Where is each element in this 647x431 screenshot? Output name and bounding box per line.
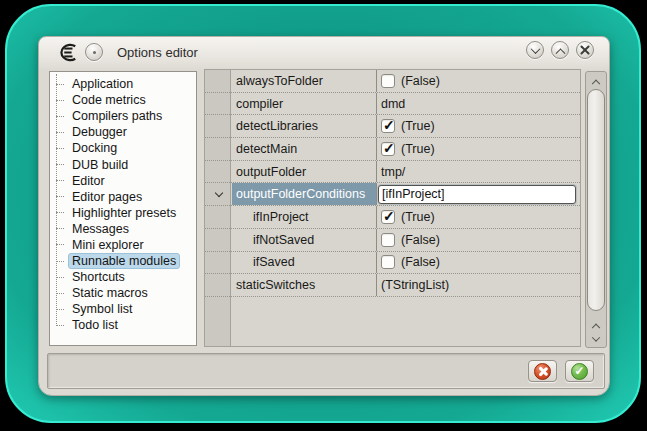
tree-tick [56, 132, 64, 133]
sidebar-item-mini-explorer[interactable]: Mini explorer [50, 237, 196, 253]
property-row[interactable]: outputFolder tmp/ [205, 161, 580, 184]
tree-tick [56, 116, 64, 117]
vertical-scrollbar[interactable] [585, 71, 607, 348]
property-name[interactable]: staticSwitches [232, 274, 376, 296]
property-name[interactable]: ifInProject [249, 206, 376, 228]
category-tree: Application Code metrics Compilers paths… [50, 72, 196, 334]
property-row[interactable]: compiler dmd [205, 93, 580, 116]
window-controls [526, 41, 594, 59]
property-name[interactable]: compiler [232, 93, 376, 115]
close-icon [580, 45, 590, 55]
output-folder-conditions-input[interactable] [378, 185, 576, 204]
dot-icon [93, 51, 96, 54]
tree-tick [56, 164, 64, 165]
checkbox[interactable] [381, 233, 395, 247]
checkbox[interactable] [381, 255, 395, 269]
scrollbar-up-button-2[interactable] [586, 317, 606, 332]
scrollbar-up-button[interactable] [586, 73, 606, 88]
scrollbar-down-button[interactable] [586, 331, 606, 346]
tree-tick [56, 309, 64, 310]
tree-tick [56, 261, 64, 262]
app-logo-icon [56, 43, 78, 62]
tree-tick [56, 325, 64, 326]
property-row[interactable]: staticSwitches (TStringList) [205, 274, 580, 297]
property-value: (True) [401, 210, 435, 224]
tree-tick [56, 277, 64, 278]
sidebar-item-messages[interactable]: Messages [50, 221, 196, 237]
sidebar-item-debugger[interactable]: Debugger [50, 124, 196, 140]
tree-tick [56, 196, 64, 197]
property-row-selected[interactable]: outputFolderConditions [205, 183, 580, 206]
property-name[interactable]: outputFolder [232, 161, 376, 183]
window-title: Options editor [117, 45, 198, 60]
property-name[interactable]: detectMain [232, 138, 376, 160]
tree-tick [56, 180, 64, 181]
property-row[interactable]: detectMain (True) [205, 138, 580, 161]
sidebar-item-runnable-modules[interactable]: Runnable modules [50, 253, 196, 269]
scrollbar-thumb[interactable] [587, 89, 605, 311]
window-menu-button[interactable] [85, 43, 103, 61]
property-row[interactable]: alwaysToFolder (False) [205, 70, 580, 93]
minimize-button[interactable] [526, 41, 544, 59]
checkbox[interactable] [381, 119, 395, 133]
property-value: dmd [381, 97, 405, 111]
sidebar-item-compilers-paths[interactable]: Compilers paths [50, 108, 196, 124]
cancel-button[interactable] [528, 360, 557, 382]
sidebar-item-todo-list[interactable]: Todo list [50, 317, 196, 333]
property-row[interactable]: ifNotSaved (False) [205, 229, 580, 252]
tree-tick [56, 228, 64, 229]
close-icon [538, 367, 547, 376]
property-name[interactable]: ifNotSaved [249, 229, 376, 251]
property-name[interactable]: ifSaved [249, 252, 376, 274]
tree-tick [56, 244, 64, 245]
chevron-down-icon [530, 44, 540, 54]
category-list[interactable]: Application Code metrics Compilers paths… [49, 71, 197, 346]
sidebar-item-docking[interactable]: Docking [50, 140, 196, 156]
property-name[interactable]: detectLibraries [232, 115, 376, 137]
titlebar[interactable]: Options editor [39, 37, 609, 67]
property-name[interactable]: outputFolderConditions [232, 183, 376, 205]
property-value: (True) [401, 119, 435, 133]
chevron-down-icon [592, 333, 600, 341]
close-button[interactable] [576, 41, 594, 59]
property-name[interactable]: alwaysToFolder [232, 70, 376, 92]
chevron-down-icon[interactable] [214, 189, 222, 197]
property-row[interactable]: ifSaved (False) [205, 252, 580, 275]
checkbox[interactable] [381, 74, 395, 88]
check-icon: ✓ [574, 365, 584, 377]
property-value: (False) [401, 233, 440, 247]
sidebar-item-editor[interactable]: Editor [50, 173, 196, 189]
property-value: (False) [401, 74, 440, 88]
sidebar-item-dub-build[interactable]: DUB build [50, 156, 196, 172]
checkbox[interactable] [381, 142, 395, 156]
property-row[interactable]: detectLibraries (True) [205, 115, 580, 138]
sidebar-item-static-macros[interactable]: Static macros [50, 285, 196, 301]
property-value: (TStringList) [381, 278, 449, 292]
property-value: tmp/ [381, 165, 405, 179]
property-value: (True) [401, 142, 435, 156]
chevron-up-icon [555, 48, 565, 58]
sidebar-item-editor-pages[interactable]: Editor pages [50, 189, 196, 205]
property-grid[interactable]: alwaysToFolder (False) compiler dmd dete… [204, 69, 581, 347]
sidebar-item-highlighter-presets[interactable]: Highlighter presets [50, 205, 196, 221]
property-row[interactable]: ifInProject (True) [205, 206, 580, 229]
tree-tick [56, 84, 64, 85]
sidebar-item-symbol-list[interactable]: Symbol list [50, 301, 196, 317]
checkbox[interactable] [381, 210, 395, 224]
accept-button[interactable]: ✓ [565, 360, 594, 382]
footer-bar: ✓ [47, 353, 605, 389]
tree-tick [56, 148, 64, 149]
sidebar-item-application[interactable]: Application [50, 76, 196, 92]
property-rows: alwaysToFolder (False) compiler dmd dete… [205, 70, 580, 297]
sidebar-item-shortcuts[interactable]: Shortcuts [50, 269, 196, 285]
screenshot-stage: Options editor Application Code metrics … [0, 0, 647, 431]
sidebar-item-code-metrics[interactable]: Code metrics [50, 92, 196, 108]
chevron-up-icon [592, 79, 600, 87]
tree-tick [56, 212, 64, 213]
property-value: (False) [401, 255, 440, 269]
tree-tick [56, 100, 64, 101]
maximize-button[interactable] [551, 41, 569, 59]
options-editor-window: Options editor Application Code metrics … [38, 36, 610, 396]
tree-tick [56, 293, 64, 294]
